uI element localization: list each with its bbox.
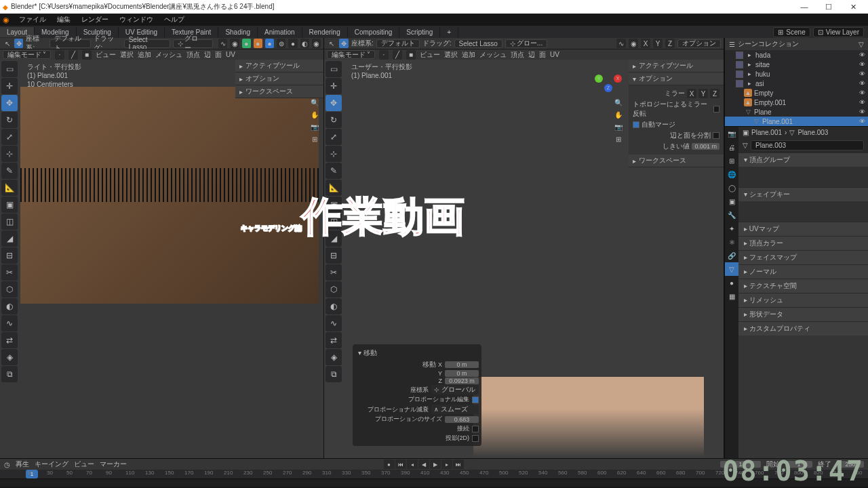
- tree-item[interactable]: ▽Plane👁: [725, 107, 868, 117]
- menu-render[interactable]: レンダー: [77, 15, 113, 24]
- tab-scripting[interactable]: Scripting: [399, 27, 440, 37]
- split-check[interactable]: [713, 132, 719, 139]
- tool-cursor[interactable]: ✛: [1, 78, 18, 94]
- vp-menu-mesh[interactable]: メッシュ: [155, 50, 182, 60]
- tree-item[interactable]: ▲Empty👁: [725, 88, 868, 98]
- minimize-button[interactable]: —: [792, 3, 816, 11]
- prop-section-header[interactable]: ▾ 頂点グループ: [738, 153, 868, 167]
- tool-measure[interactable]: 📐: [326, 180, 342, 196]
- overlay-toggle-1[interactable]: ●: [242, 39, 251, 48]
- props-datablock[interactable]: ▽ Plane.003: [738, 138, 868, 152]
- vp-menu-view[interactable]: ビュー: [420, 50, 440, 60]
- prop-tab-viewlayer[interactable]: ⊞: [725, 154, 738, 167]
- n-options-open[interactable]: ▾ オプション: [629, 73, 724, 85]
- proportional-icon[interactable]: ◉: [629, 39, 638, 48]
- prop-tab-scene[interactable]: 🌐: [725, 167, 738, 181]
- mirror-y[interactable]: Y: [698, 89, 708, 98]
- camera-icon[interactable]: 📷: [310, 122, 319, 131]
- prop-section-header[interactable]: ▸ フェイスマップ: [738, 251, 868, 264]
- vertex-select-icon[interactable]: ·: [55, 50, 64, 60]
- options-dropdown[interactable]: オプション: [677, 39, 721, 48]
- vp-menu-add[interactable]: 追加: [462, 50, 475, 60]
- select-mode-dropdown[interactable]: Select Lasso: [454, 39, 502, 48]
- pivot-dropdown[interactable]: デフォルト: [376, 39, 420, 48]
- n-active-tool[interactable]: ▸ アクティブツール: [629, 60, 724, 73]
- tool-bevel[interactable]: ◢: [1, 230, 18, 247]
- perspective-icon[interactable]: ⊞: [614, 134, 623, 144]
- tree-item[interactable]: ▸hada👁: [725, 50, 868, 60]
- tool-extrude[interactable]: ▣: [1, 197, 18, 213]
- tool-knife[interactable]: ✂: [1, 264, 18, 281]
- current-frame-field[interactable]: 1: [720, 461, 761, 468]
- move-x-field[interactable]: 0 m: [445, 361, 479, 368]
- filter-icon[interactable]: ▽: [859, 41, 864, 48]
- pan-icon[interactable]: ✋: [310, 110, 319, 119]
- tool-cursor[interactable]: ✛: [326, 78, 342, 94]
- topo-mirror-check[interactable]: [713, 106, 719, 113]
- tool-loopcut[interactable]: ⊟: [326, 247, 342, 264]
- menu-help[interactable]: ヘルプ: [160, 15, 189, 24]
- move-tool-icon[interactable]: ✥: [14, 39, 23, 48]
- tool-rotate[interactable]: ↻: [326, 112, 342, 128]
- axis-z-icon[interactable]: Z: [665, 39, 675, 48]
- mirror-x[interactable]: X: [687, 89, 696, 98]
- data-name-field[interactable]: Plane.003: [751, 140, 864, 150]
- propedit-check[interactable]: [472, 396, 479, 403]
- shading-material-icon[interactable]: ◐: [300, 39, 309, 48]
- collection-check[interactable]: [736, 80, 743, 87]
- shading-solid-icon[interactable]: ●: [288, 39, 297, 48]
- prop-tab-world[interactable]: ◯: [725, 181, 738, 195]
- n-workspace[interactable]: ▸ ワークスペース: [235, 85, 323, 98]
- tool-polybuild[interactable]: ⬡: [326, 281, 342, 298]
- prop-section-header[interactable]: ▸ 頂点カラー: [738, 237, 868, 250]
- tree-item[interactable]: ▲Empty.001👁: [725, 98, 868, 107]
- visibility-icon[interactable]: 👁: [859, 118, 865, 125]
- tool-spin[interactable]: ◐: [326, 298, 342, 314]
- jump-end-icon[interactable]: ⏭: [453, 460, 464, 469]
- edge-select-icon[interactable]: ╱: [68, 50, 78, 60]
- prop-tab-object[interactable]: ▣: [725, 195, 738, 208]
- vp-menu-face[interactable]: 面: [539, 50, 546, 60]
- tool-polybuild[interactable]: ⬡: [1, 281, 18, 298]
- tool-edgeslide[interactable]: ⇄: [326, 332, 342, 348]
- proportional-icon[interactable]: ◉: [230, 39, 239, 48]
- tab-add[interactable]: +: [440, 27, 458, 37]
- axis-x-icon[interactable]: X: [641, 39, 650, 48]
- collection-check[interactable]: [736, 52, 743, 59]
- shading-wireframe-icon[interactable]: ⊚: [277, 39, 285, 48]
- n-active-tool[interactable]: ▸ アクティブツール: [235, 60, 323, 73]
- tool-spin[interactable]: ◐: [1, 298, 18, 314]
- tool-rip[interactable]: ⧉: [1, 366, 18, 382]
- tl-menu-keying[interactable]: キーイング: [35, 460, 68, 469]
- operator-panel[interactable]: ▾ 移動 移動 X0 m Y0 m Z0.0923 m 座標系⊹ グローバル プ…: [353, 344, 481, 446]
- play-reverse-icon[interactable]: ◀: [418, 460, 429, 469]
- edge-select-icon[interactable]: ╱: [393, 50, 402, 60]
- vp-menu-select[interactable]: 選択: [444, 50, 458, 60]
- vp-menu-vertex[interactable]: 頂点: [186, 50, 200, 60]
- snap-icon[interactable]: ∿: [616, 39, 626, 48]
- prop-section-header[interactable]: ▸ テクスチャ空間: [738, 279, 868, 293]
- proj2d-check[interactable]: [472, 435, 479, 442]
- next-key-icon[interactable]: ▸: [441, 460, 452, 469]
- mode-dropdown[interactable]: 編集モード ˅: [3, 50, 51, 59]
- prev-key-icon[interactable]: ◂: [407, 460, 418, 469]
- pan-icon[interactable]: ✋: [614, 110, 623, 119]
- prop-section-header[interactable]: ▸ リメッシュ: [738, 293, 868, 307]
- timeline-editor-icon[interactable]: ◷: [4, 461, 10, 468]
- nav-gizmo[interactable]: X Y Z: [595, 65, 622, 92]
- tool-move[interactable]: ✥: [326, 95, 342, 111]
- tool-scale[interactable]: ⤢: [1, 129, 18, 145]
- tree-item[interactable]: ▸asi👁: [725, 79, 868, 88]
- visibility-icon[interactable]: 👁: [859, 99, 865, 106]
- vp-menu-select[interactable]: 選択: [120, 50, 134, 60]
- cursor-tool-icon[interactable]: ↖: [327, 39, 336, 48]
- tab-animation[interactable]: Animation: [258, 27, 302, 37]
- move-z-field[interactable]: 0.0923 m: [445, 378, 479, 384]
- tool-annotate[interactable]: ✎: [1, 163, 18, 179]
- jump-start-icon[interactable]: ⏮: [395, 460, 406, 469]
- prop-tab-output[interactable]: 🖨: [725, 140, 738, 154]
- prop-section-header[interactable]: ▾ シェイプキー: [738, 188, 868, 201]
- tool-annotate[interactable]: ✎: [326, 163, 342, 179]
- prop-tab-constraint[interactable]: 🔗: [725, 249, 738, 262]
- zoom-icon[interactable]: 🔍: [614, 98, 623, 107]
